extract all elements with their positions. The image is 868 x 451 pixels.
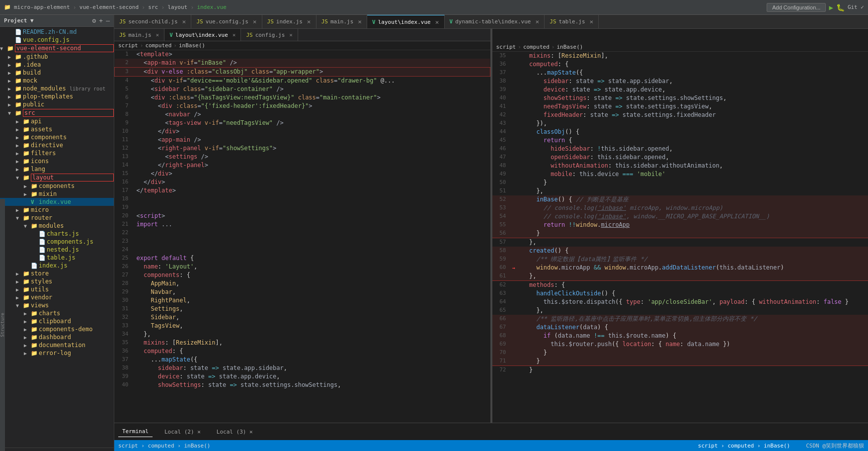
terminal-tab[interactable]: Terminal	[118, 426, 153, 437]
tab-label: second-child.js	[128, 18, 177, 25]
close-icon[interactable]: ×	[307, 18, 311, 25]
tree-item-styles[interactable]: ▶ 📁 styles	[0, 277, 114, 285]
close-icon[interactable]: ×	[358, 18, 362, 25]
run-button[interactable]: ▶	[829, 3, 833, 11]
close-icon[interactable]: ×	[435, 18, 439, 26]
left-code-area[interactable]: 1 <template> 2 <app-main v-if="inBase" /…	[114, 50, 490, 423]
tree-item-componentsjs[interactable]: 📄 components.js	[0, 238, 114, 246]
tree-item-utils[interactable]: ▶ 📁 utils	[0, 285, 114, 293]
tree-item-vue-element-second[interactable]: ▼ 📁 vue-element-second	[0, 44, 114, 53]
line-number: 13	[115, 153, 135, 161]
tree-item-build[interactable]: ▶ 📁 build	[0, 69, 114, 77]
tree-item-views[interactable]: ▼ 📁 views	[0, 301, 114, 309]
tree-label: vendor	[31, 294, 114, 301]
tree-item-error-log[interactable]: ▶ 📁 error-log	[0, 349, 114, 357]
tab-vueconfig[interactable]: JS vue.config.js ×	[191, 15, 262, 28]
tree-item-layout[interactable]: ▼ 📁 layout	[0, 173, 114, 182]
table-row: 25 export default {	[115, 254, 490, 263]
tree-item-directive[interactable]: ▶ 📁 directive	[0, 141, 114, 149]
tree-item-icons[interactable]: ▶ 📁 icons	[0, 157, 114, 165]
close-icon[interactable]: ×	[253, 18, 257, 25]
line-number: 37	[115, 356, 135, 364]
tree-arrow: ▶	[8, 94, 15, 99]
tree-label: components.js	[47, 238, 114, 245]
tree-item-views-charts[interactable]: ▶ 📁 charts	[0, 309, 114, 317]
tree-item-github[interactable]: ▶ 📁 .github	[0, 53, 114, 61]
tab-indexjs[interactable]: JS index.js ×	[262, 15, 316, 28]
tree-item-index-vue[interactable]: V index.vue	[0, 198, 114, 206]
line-content: <script>	[135, 212, 490, 220]
close-icon[interactable]: ×	[233, 32, 236, 38]
left-tab-config[interactable]: JS config.js ×	[241, 29, 298, 41]
tree-item-mixin[interactable]: ▶ 📁 mixin	[0, 190, 114, 198]
line-number: 11	[115, 136, 135, 144]
tree-item-public[interactable]: ▶ 📁 public	[0, 100, 114, 108]
tree-item-plop[interactable]: ▶ 📁 plop-templates	[0, 92, 114, 100]
tree-item-nestedjs[interactable]: 📄 nested.js	[0, 246, 114, 254]
tree-item-layout-components[interactable]: ▶ 📁 components	[0, 182, 114, 190]
sidebar-collapse-icon[interactable]: —	[106, 17, 110, 24]
local-tab-3[interactable]: Local (3) ✕	[213, 427, 257, 437]
tab-dynamic-table[interactable]: V dynamic-table\index.vue ×	[445, 15, 545, 28]
table-row: 36 computed: {	[115, 347, 490, 356]
tab-layout-index-vue[interactable]: V layout\index.vue ×	[367, 15, 444, 28]
line-number: 6	[115, 93, 135, 102]
tree-item-tablejs[interactable]: 📄 table.js	[0, 254, 114, 262]
left-tab-layout-vue[interactable]: V layout\index.vue ×	[164, 29, 241, 41]
tree-item-api[interactable]: ▶ 📁 api	[0, 117, 114, 125]
tree-item-store[interactable]: ▶ 📁 store	[0, 270, 114, 277]
tree-item-micro[interactable]: ▶ 📁 micro	[0, 206, 114, 214]
add-config-button[interactable]: Add Configuration...	[767, 3, 826, 12]
tree-item-mock[interactable]: ▶ 📁 mock	[0, 77, 114, 85]
tree-item-components-demo[interactable]: ▶ 📁 components-demo	[0, 325, 114, 333]
tree-item-documentation[interactable]: ▶ 📁 documentation	[0, 341, 114, 349]
tree-item-clipboard[interactable]: ▶ 📁 clipboard	[0, 317, 114, 325]
table-row: 12 <right-panel v-if="showSettings">	[115, 144, 490, 153]
tree-item-router-index[interactable]: 📄 index.js	[0, 262, 114, 270]
tree-item-readme[interactable]: 📄 README.zh-CN.md	[0, 28, 114, 36]
status-bar: script › computed › inBase() script › co…	[114, 440, 868, 451]
sidebar: Project ▼ ⚙ + — 📄 README.zh-CN.md 📄 vue.…	[0, 15, 114, 451]
tree-item-assets[interactable]: ▶ 📁 assets	[0, 125, 114, 133]
folder-icon: 📁	[31, 342, 39, 349]
tree-item-charts[interactable]: 📄 charts.js	[0, 230, 114, 238]
sep1: ›	[73, 4, 77, 11]
tree-item-vendor[interactable]: ▶ 📁 vendor	[0, 293, 114, 301]
tree-item-components[interactable]: ▶ 📁 components	[0, 133, 114, 141]
tree-item-router[interactable]: ▼ 📁 router	[0, 214, 114, 222]
tab-mainjs[interactable]: JS main.js ×	[316, 15, 367, 28]
close-icon[interactable]: ×	[289, 32, 293, 38]
debug-button[interactable]: 🐛	[836, 3, 845, 11]
sidebar-add-icon[interactable]: +	[99, 17, 103, 24]
line-content: </div>	[135, 178, 490, 186]
tree-item-node-modules[interactable]: ▶ 📁 node_modules library root	[0, 85, 114, 92]
left-tab-main[interactable]: JS main.js ×	[114, 29, 164, 41]
line-content: methods: {	[520, 281, 868, 290]
table-row: 19	[115, 203, 490, 212]
table-row: 71 }	[492, 357, 868, 366]
folder-icon: 📁	[23, 142, 31, 149]
tree-item-dashboard[interactable]: ▶ 📁 dashboard	[0, 333, 114, 341]
tree-item-idea[interactable]: ▶ 📁 .idea	[0, 61, 114, 69]
close-icon[interactable]: ×	[535, 18, 539, 25]
close-icon[interactable]: ×	[156, 32, 159, 38]
close-icon[interactable]: ×	[590, 18, 594, 25]
sidebar-settings-icon[interactable]: ⚙	[92, 17, 96, 24]
table-row: 63 handleClickOutside() {	[492, 289, 868, 298]
tree-item-src[interactable]: ▼ 📁 src	[0, 108, 114, 117]
line-content: withoutAnimation: this.sidebar.withoutAn…	[520, 162, 868, 170]
close-icon[interactable]: ×	[182, 18, 186, 25]
tab-tablejs-right[interactable]: JS table.js ×	[545, 15, 599, 28]
tree-arrow: ▶	[16, 287, 23, 292]
local-tab-2[interactable]: Local (2) ✕	[160, 427, 205, 437]
tree-item-lang[interactable]: ▶ 📁 lang	[0, 165, 114, 173]
tree-item-filters[interactable]: ▶ 📁 filters	[0, 149, 114, 157]
tab-label: config.js	[255, 32, 285, 38]
right-code-area[interactable]: 35 mixins: [ResizeMixin], 36 computed: {	[492, 52, 868, 423]
line-content: },	[520, 306, 868, 315]
tab-js-icon: JS	[196, 18, 203, 25]
folder-icon: 📁	[31, 310, 39, 317]
tree-item-vueconfig[interactable]: 📄 vue.config.js	[0, 36, 114, 44]
tab-second-child[interactable]: JS second-child.js ×	[114, 15, 191, 28]
tree-item-modules[interactable]: ▼ 📁 modules	[0, 222, 114, 230]
